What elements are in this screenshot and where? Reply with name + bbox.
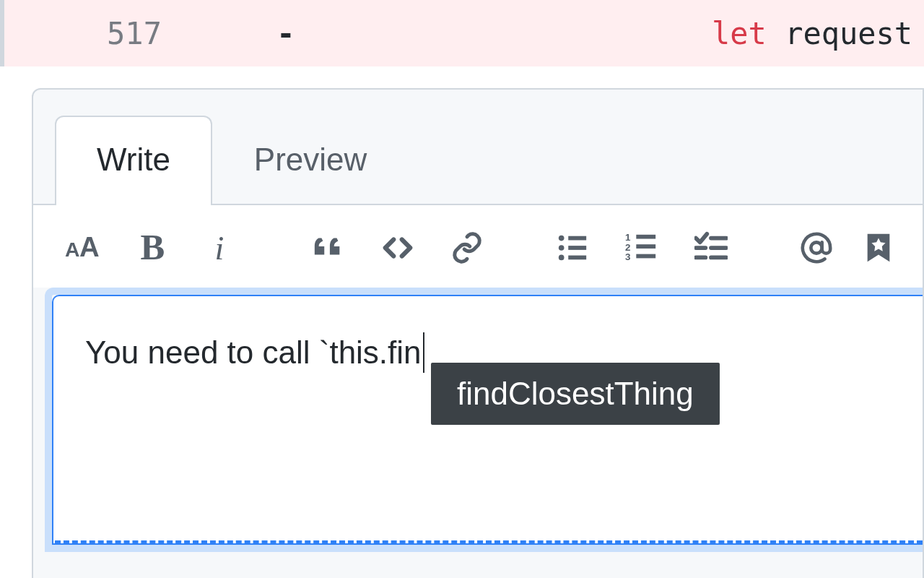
diff-marker: - xyxy=(264,16,308,51)
svg-text:i: i xyxy=(215,231,225,264)
ordered-list-icon[interactable]: 123 xyxy=(625,230,658,266)
svg-rect-5 xyxy=(568,236,586,241)
code-keyword: let xyxy=(712,16,767,51)
svg-point-8 xyxy=(559,255,565,261)
svg-rect-15 xyxy=(636,254,655,259)
link-icon[interactable] xyxy=(450,230,484,266)
svg-rect-11 xyxy=(636,235,655,239)
diff-line-number: 517 xyxy=(107,16,162,51)
code-identifier: request xyxy=(767,16,912,51)
italic-icon[interactable]: i xyxy=(206,230,240,266)
drop-zone-divider xyxy=(55,540,923,543)
autocomplete-suggestion[interactable]: findClosestThing xyxy=(431,363,720,425)
diff-line-number-cell: 517 xyxy=(4,0,264,66)
svg-text:B: B xyxy=(141,231,165,264)
svg-text:A: A xyxy=(79,231,100,262)
task-list-icon[interactable] xyxy=(694,230,728,266)
unordered-list-icon[interactable] xyxy=(556,230,589,266)
comment-composer: Write Preview AA B i 123 xyxy=(32,88,924,578)
svg-point-4 xyxy=(559,236,565,241)
comment-tabs: Write Preview xyxy=(33,90,923,205)
svg-rect-9 xyxy=(568,256,586,260)
tab-write[interactable]: Write xyxy=(55,116,212,205)
code-icon[interactable] xyxy=(381,230,414,266)
saved-reply-icon[interactable] xyxy=(862,230,895,266)
markdown-toolbar: AA B i 123 xyxy=(33,205,923,288)
mention-icon[interactable] xyxy=(800,230,833,266)
diff-deleted-line: - let request xyxy=(264,0,924,66)
svg-text:A: A xyxy=(65,238,79,261)
comment-text: You need to call `this.fin xyxy=(85,335,422,371)
comment-text-content: You need to call `this.fin xyxy=(85,332,424,373)
tab-preview[interactable]: Preview xyxy=(212,116,409,204)
svg-rect-13 xyxy=(636,244,655,249)
heading-icon[interactable]: AA xyxy=(65,230,101,266)
bold-icon[interactable]: B xyxy=(137,230,170,266)
diff-row: 517 - let request xyxy=(0,0,924,66)
diff-code: let request xyxy=(308,16,912,51)
svg-rect-7 xyxy=(568,246,586,250)
svg-text:3: 3 xyxy=(625,251,630,262)
quote-icon[interactable] xyxy=(312,230,345,266)
text-caret xyxy=(423,332,424,373)
svg-point-6 xyxy=(559,245,565,251)
